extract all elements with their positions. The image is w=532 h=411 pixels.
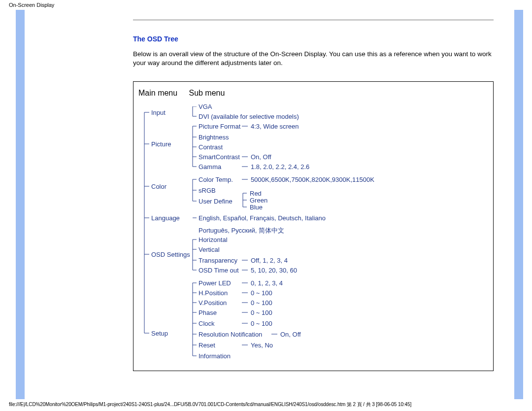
sub-resn: Resolution Notification [199,331,262,338]
column-headers: Main menu Sub menu [138,89,490,98]
footer-filepath: file:///E|/LCD%20Monitor%20OEM/Philips/M… [0,399,532,408]
sub-bright: Brightness [199,134,229,141]
page-top-title: On-Screen Display [0,0,532,10]
sub-dvi: DVI (available for selective models) [199,113,299,120]
sub-clock: Clock [199,320,215,327]
val-hpos: 0 ~ 100 [251,289,272,297]
main-setup: Setup [151,330,168,337]
val-osdtime: 5, 10, 20, 30, 60 [251,267,297,274]
main-language: Language [151,214,180,222]
val-transp: Off, 1, 2, 3, 4 [251,257,288,264]
sub-reset: Reset [199,342,215,349]
val-phase: 0 ~ 100 [251,309,272,316]
sub-pled: Power LED [199,279,231,287]
col-sub: Sub menu [189,89,225,98]
val-picfmt: 4:3, Wide screen [251,123,299,130]
section-heading: The OSD Tree [133,35,494,43]
sub-osdtime: OSD Time out [199,267,239,274]
sub-gamma: Gamma [199,163,221,171]
left-margin-bar [16,10,25,399]
val-pled: 0, 1, 2, 3, 4 [251,279,283,287]
content-area: The OSD Tree Below is an overall view of… [133,10,494,371]
sub-srgb: sRGB [199,187,216,194]
val-vpos: 0 ~ 100 [251,299,272,307]
sub-userdef: User Define [199,198,233,205]
val-blue: Blue [250,204,263,211]
sub-horiz: Horizontal [199,236,228,243]
section-intro: Below is an overall view of the structur… [133,50,494,68]
sub-info: Information [199,352,231,360]
tree-lines [138,106,424,368]
sub-contrast: Contrast [199,143,223,151]
main-input: Input [151,109,166,116]
val-gamma: 1.8, 2.0, 2.2, 2.4, 2.6 [251,163,309,171]
val-reset: Yes, No [251,342,273,349]
val-lang2: Português, Русский, 简体中文 [199,226,284,235]
osd-tree-box: Main menu Sub menu [133,81,494,371]
main-osd: OSD Settings [151,251,190,258]
sub-vga: VGA [199,103,212,110]
sub-vert: Vertical [199,246,220,253]
val-resn: On, Off [280,331,301,338]
sub-coltemp: Color Temp. [199,176,233,183]
val-red: Red [250,190,262,197]
divider [133,20,494,20]
col-main: Main menu [138,89,187,98]
sub-picfmt: Picture Format [199,123,240,130]
sub-phase: Phase [199,309,217,316]
val-clock: 0 ~ 100 [251,320,272,327]
right-margin-bar [514,10,523,399]
sub-vpos: V.Position [199,299,227,307]
val-coltemp: 5000K,6500K,7500K,8200K,9300K,11500K [251,176,374,183]
osd-tree: Input Picture Color Language OSD Setting… [138,106,490,368]
val-green: Green [250,197,267,204]
main-picture: Picture [151,140,171,148]
sub-smart: SmartContrast [199,153,240,161]
val-lang: English, Español, Français, Deutsch, Ita… [199,214,326,222]
page-body: The OSD Tree Below is an overall view of… [16,10,523,399]
main-color: Color [151,183,166,190]
sub-hpos: H.Position [199,289,228,297]
val-smart: On, Off [251,153,271,161]
sub-transp: Transparency [199,257,237,264]
